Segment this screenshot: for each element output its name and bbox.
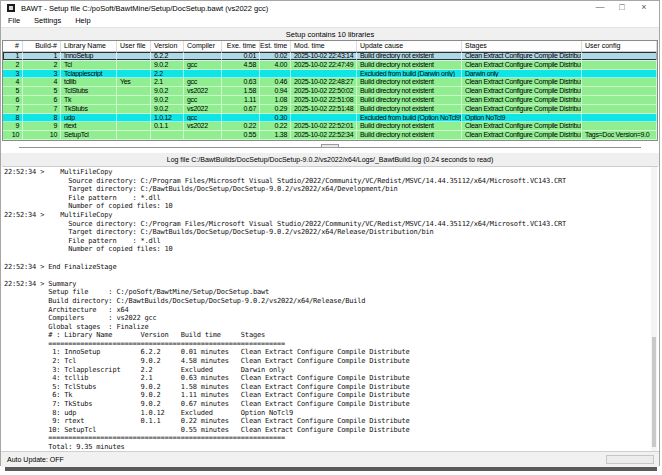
cell-config [582, 52, 657, 60]
table-row-tclstubs[interactable]: 55TclStubs9.0.2vs20221.580.942025-10-02 … [3, 87, 657, 96]
cell-mod: 2025-10-02 22:50:02 [291, 87, 357, 95]
cell-stages: Darwin only [462, 70, 582, 78]
cell-config [582, 70, 657, 78]
cell-config [582, 61, 657, 69]
cell-mod: 2025-10-02 22:51:48 [291, 105, 357, 113]
menu-item-file[interactable]: File [1, 15, 27, 27]
window-controls: — □ × [589, 1, 655, 15]
menu-item-help[interactable]: Help [68, 15, 97, 27]
column-header-stages[interactable]: Stages [462, 41, 582, 51]
cell-build: 8 [23, 114, 61, 122]
cell-cause: Excluded from build (Darwin only) [357, 70, 462, 78]
cell-num: 6 [3, 96, 23, 104]
cell-num: 1 [3, 52, 23, 60]
table-row-rtext[interactable]: 99rtext0.1.1vs20220.220.222025-10-02 22:… [3, 122, 657, 131]
column-header-exe-time[interactable]: Exe. time [222, 41, 260, 51]
maximize-button[interactable]: □ [611, 1, 633, 15]
menu-bar: File Settings Help [1, 15, 659, 27]
cell-exe: 0.22 [222, 122, 260, 130]
column-header--[interactable]: # [3, 41, 23, 51]
cell-version: 9.0.2 [151, 96, 184, 104]
cell-version: 9.0.2 [151, 61, 184, 69]
cell-name: Tclapplescript [61, 70, 117, 78]
cell-name: InnoSetup [61, 52, 117, 60]
cell-cause: Excluded from build (Option NoTcl9) [357, 114, 462, 122]
library-table: #Build-#Library NameUser fileVersionComp… [2, 40, 658, 141]
screen: BAWT - Setup file C:/poSoft/BawtMine/Set… [0, 0, 662, 475]
cell-userfile [117, 131, 151, 139]
cell-exe: 0.67 [222, 105, 260, 113]
cell-config [582, 96, 657, 104]
cell-est: 1.38 [260, 131, 291, 139]
window-shadow [5, 467, 657, 471]
cell-build: 4 [23, 78, 61, 86]
table-row-tk[interactable]: 66Tk9.0.2gcc1.111.082025-10-02 22:51:08B… [3, 96, 657, 105]
log-scrollbar[interactable] [651, 167, 657, 451]
log-scrollbar-thumb[interactable] [652, 337, 656, 447]
cell-build: 9 [23, 122, 61, 130]
column-header-mod-time[interactable]: Mod. time [291, 41, 357, 51]
auto-update-status: Auto Update: OFF [7, 454, 64, 466]
cell-config: Tags=Doc Version=9.0 [582, 131, 657, 139]
progress-bar [606, 455, 654, 464]
cell-build: 1 [23, 52, 61, 60]
cell-cause: Build directory not existent [357, 61, 462, 69]
cell-compiler [184, 70, 222, 78]
cell-compiler: gcc [184, 114, 222, 122]
cell-exe [222, 114, 260, 122]
column-header-user-config[interactable]: User config [582, 41, 657, 51]
cell-userfile [117, 105, 151, 113]
column-header-build-[interactable]: Build-# [23, 41, 61, 51]
splitter-handle[interactable] [321, 144, 339, 148]
cell-name: TkStubs [61, 105, 117, 113]
cell-est: 0.29 [260, 105, 291, 113]
menu-item-settings[interactable]: Settings [27, 15, 68, 27]
cell-est: 0.22 [260, 122, 291, 130]
column-header-user-file[interactable]: User file [117, 41, 151, 51]
table-row-innosetup[interactable]: 11InnoSetup6.2.20.010.022025-10-02 22:43… [3, 52, 657, 61]
setup-info-bar: Setup contains 10 libraries [1, 27, 659, 40]
bawt-window: BAWT - Setup file C:/poSoft/BawtMine/Set… [0, 0, 660, 466]
cell-mod [291, 114, 357, 122]
cell-userfile [117, 87, 151, 95]
column-header-est-time[interactable]: Est. time [260, 41, 291, 51]
cell-compiler: gcc [184, 96, 222, 104]
cell-mod: 2025-10-02 22:47:49 [291, 61, 357, 69]
cell-build: 2 [23, 61, 61, 69]
cell-est: 1.08 [260, 96, 291, 104]
cell-version: 2.1 [151, 78, 184, 86]
window-title: BAWT - Setup file C:/poSoft/BawtMine/Set… [21, 3, 268, 14]
close-button[interactable]: × [633, 1, 655, 15]
table-row-tclapplescript[interactable]: 33Tclapplescript2.2Excluded from build (… [3, 70, 657, 79]
table-row-udp[interactable]: 88udp1.0.12gcc0.30Excluded from build (O… [3, 114, 657, 123]
table-row-setuptcl[interactable]: 1010SetupTcl0.551.382025-10-02 22:52:34B… [3, 131, 657, 140]
cell-version: 0.1.1 [151, 122, 184, 130]
column-header-version[interactable]: Version [151, 41, 184, 51]
cell-num: 7 [3, 105, 23, 113]
column-header-update-cause[interactable]: Update cause [357, 41, 462, 51]
cell-config [582, 87, 657, 95]
cell-name: Tcl [61, 61, 117, 69]
cell-compiler: gcc [184, 78, 222, 86]
cell-exe: 0.55 [222, 131, 260, 139]
cell-est [260, 70, 291, 78]
column-header-library-name[interactable]: Library Name [61, 41, 117, 51]
cell-est: 0.94 [260, 87, 291, 95]
cell-name: tcllib [61, 78, 117, 86]
cell-exe: 1.58 [222, 87, 260, 95]
minimize-button[interactable]: — [589, 1, 611, 15]
cell-exe: 1.11 [222, 96, 260, 104]
cell-cause: Build directory not existent [357, 122, 462, 130]
log-file-label: Log file C:/BawtBuilds/DocSetup/DocSetup… [1, 153, 659, 166]
cell-build: 3 [23, 70, 61, 78]
table-row-tcl[interactable]: 22Tcl9.0.2gcc4.584.002025-10-02 22:47:49… [3, 61, 657, 70]
cell-exe: 0.01 [222, 52, 260, 60]
column-header-compiler[interactable]: Compiler [184, 41, 222, 51]
cell-compiler: gcc [184, 61, 222, 69]
cell-config [582, 105, 657, 113]
cell-stages: Clean Extract Configure Compile Distribu… [462, 96, 582, 104]
table-row-tcllib[interactable]: 44tcllibYes2.1gcc0.630.462025-10-02 22:4… [3, 78, 657, 87]
cell-cause: Build directory not existent [357, 96, 462, 104]
cell-stages: Clean Extract Configure Compile Distribu… [462, 131, 582, 139]
table-row-tkstubs[interactable]: 77TkStubs9.0.2vs20220.670.292025-10-02 2… [3, 105, 657, 114]
